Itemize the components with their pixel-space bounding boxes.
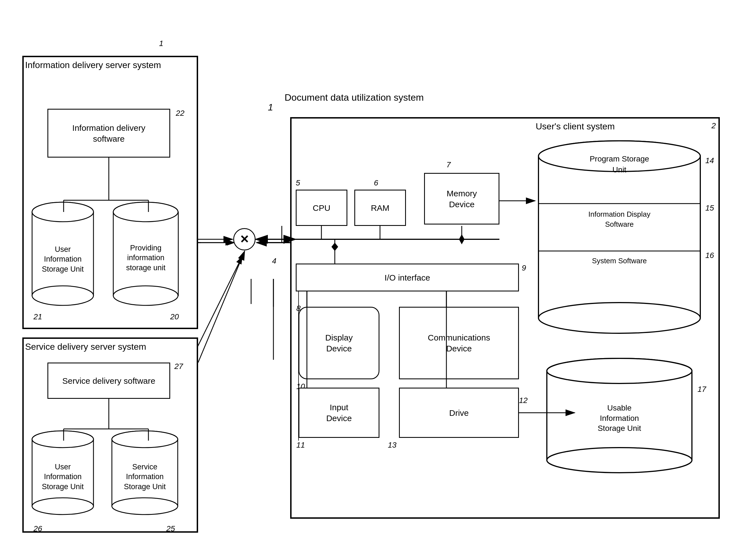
- num-27: 27: [174, 362, 183, 371]
- num-5: 5: [296, 178, 300, 188]
- info-delivery-software-label: Information deliverysoftware: [72, 122, 145, 144]
- num-21: 21: [33, 312, 42, 321]
- svg-point-38: [113, 286, 178, 306]
- num-25: 25: [166, 524, 175, 533]
- cpu-box: CPU: [296, 190, 347, 226]
- client-system-label: User's client system: [536, 121, 615, 131]
- service-delivery-server-label: Service delivery server system: [25, 342, 146, 352]
- svg-point-46: [112, 498, 178, 514]
- doc-utilization-label: Document data utilization system: [285, 92, 424, 103]
- system-software-label: System Software: [592, 257, 647, 265]
- drive-label: Drive: [449, 408, 469, 418]
- ram-box: RAM: [354, 190, 406, 226]
- io-interface-label: I/O interface: [384, 272, 430, 283]
- num-11: 11: [296, 441, 305, 449]
- num-14: 14: [705, 156, 714, 165]
- comms-device-box: CommunicationsDevice: [399, 307, 519, 379]
- num-17: 17: [698, 385, 706, 394]
- comms-device-label: CommunicationsDevice: [428, 332, 490, 354]
- num-2: 2: [711, 121, 716, 130]
- info-delivery-server-label: Information delivery server system: [25, 60, 161, 70]
- drive-box: Drive: [399, 388, 519, 438]
- providing-storage-label: Providinginformationstorage unit: [123, 243, 168, 272]
- user-info-storage-top-label: UserInformationStorage Unit: [39, 245, 87, 274]
- providing-storage: Providinginformationstorage unit: [112, 201, 180, 307]
- num-3: 1: [159, 39, 163, 48]
- display-device-box: DisplayDevice: [299, 307, 379, 379]
- cpu-label: CPU: [313, 202, 330, 213]
- memory-device-label: MemoryDevice: [447, 188, 477, 210]
- num-12: 12: [519, 396, 528, 405]
- svg-point-42: [32, 498, 93, 514]
- input-device-box: InputDevice: [299, 388, 379, 438]
- memory-device-box: MemoryDevice: [424, 173, 499, 224]
- num-9: 9: [522, 264, 526, 272]
- num-7: 7: [446, 160, 451, 169]
- svg-line-69: [198, 251, 245, 363]
- service-info-storage-label: ServiceInformationStorage Unit: [121, 462, 168, 491]
- program-storage-label: Program StorageUnit: [589, 154, 649, 174]
- service-info-storage: ServiceInformationStorage Unit: [110, 430, 180, 516]
- cross-connector: ✕: [233, 228, 256, 250]
- input-device-label: InputDevice: [326, 402, 352, 423]
- num-13: 13: [388, 441, 396, 449]
- svg-point-35: [32, 202, 93, 222]
- num-4: 4: [272, 257, 277, 266]
- usable-storage-label: UsableInformationStorage Unit: [595, 403, 644, 433]
- io-interface-box: I/O interface: [296, 264, 519, 291]
- user-info-storage-bottom-label: UserInformationStorage Unit: [39, 462, 87, 491]
- num-26: 26: [33, 524, 42, 533]
- num-20: 20: [170, 312, 179, 321]
- svg-point-56: [547, 447, 692, 473]
- num-1: 1: [268, 102, 273, 113]
- display-device-label: DisplayDevice: [325, 332, 353, 354]
- num-6: 6: [374, 178, 378, 188]
- info-display-software-label: Information DisplaySoftware: [588, 210, 651, 228]
- svg-point-39: [113, 202, 178, 222]
- program-storage-unit: Program StorageUnit Information DisplayS…: [536, 140, 703, 335]
- ram-label: RAM: [371, 202, 390, 213]
- svg-point-43: [32, 431, 93, 447]
- usable-storage-unit: UsableInformationStorage Unit: [544, 357, 695, 474]
- num-16: 16: [705, 251, 714, 260]
- svg-point-50: [538, 302, 700, 333]
- svg-rect-49: [538, 156, 700, 318]
- user-info-storage-top: UserInformationStorage Unit: [31, 201, 95, 307]
- svg-point-57: [547, 358, 692, 384]
- svg-point-47: [112, 431, 178, 447]
- num-8: 8: [296, 304, 301, 313]
- svg-point-34: [32, 286, 93, 306]
- num-15: 15: [705, 203, 714, 213]
- service-delivery-software-label: Service delivery software: [62, 375, 155, 386]
- user-info-storage-bottom: UserInformationStorage Unit: [31, 430, 95, 516]
- service-delivery-software-box: Service delivery software: [47, 363, 170, 399]
- info-delivery-software-box: Information deliverysoftware: [47, 109, 170, 157]
- num-22: 22: [176, 109, 184, 118]
